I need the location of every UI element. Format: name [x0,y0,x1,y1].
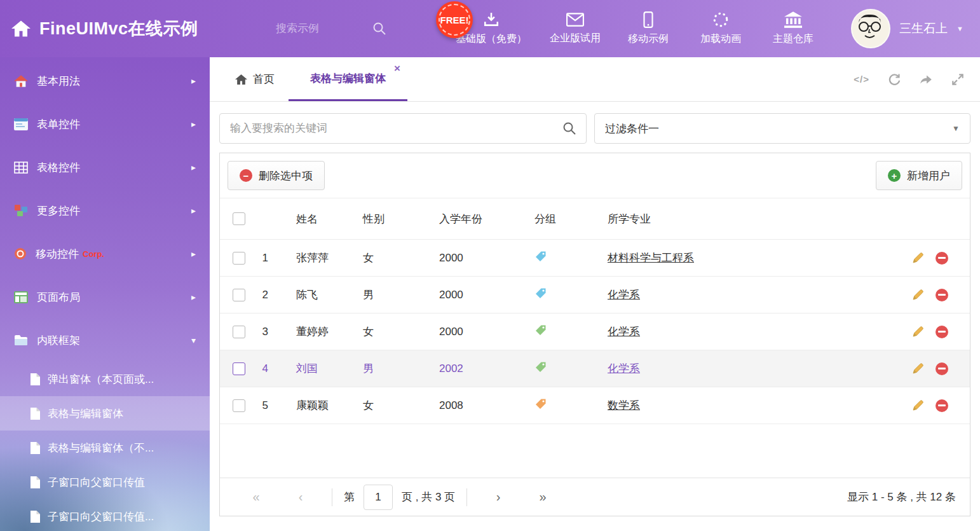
major-link[interactable]: 化学系 [608,289,640,301]
user-menu[interactable]: 三生石上 ▼ [851,9,980,48]
last-page-button[interactable]: » [521,490,565,504]
delete-circle-icon[interactable] [936,399,948,412]
tab-toolbar: </> [854,57,980,101]
chevron-down-icon: ▾ [191,335,196,345]
column-header-group: 分组 [528,198,601,240]
nav-theme-store[interactable]: 主题仓库 [768,11,818,46]
mobile-icon [643,11,653,28]
column-header-number [248,198,283,240]
header-search-input[interactable] [275,22,372,36]
plus-circle-icon: + [888,169,901,182]
nav-enterprise-trial[interactable]: 企业版试用 [550,12,601,45]
tab-bar: 首页 表格与编辑窗体 × </> [210,57,980,102]
spinner-icon [712,11,729,28]
divider [332,488,332,506]
sidebar-subitem-grid-edit-window[interactable]: 表格与编辑窗体 [0,396,210,431]
delete-circle-icon[interactable] [936,362,948,375]
page-number-input[interactable] [364,485,393,510]
row-checkbox[interactable] [233,252,245,265]
file-icon [31,373,40,385]
keyword-search-box [219,113,587,144]
user-name: 三生石上 [899,20,948,37]
tab-home[interactable]: 首页 [221,57,289,101]
delete-selected-button[interactable]: − 删除选中项 [228,161,325,190]
source-code-icon[interactable]: </> [854,74,869,85]
major-link[interactable]: 化学系 [608,326,640,338]
nav-mobile-demo[interactable]: 移动示例 [623,11,673,46]
tag-icon [534,251,547,263]
table-row-selected[interactable]: 4 刘国 男 2002 化学系 [220,350,970,387]
app-window: FineUIMvc在线示例 FREE! 基础版（免费） 企业版试用 [0,0,980,531]
delete-circle-icon[interactable] [936,289,948,301]
sidebar-subitem-child-to-parent[interactable]: 子窗口向父窗口传值 [0,465,210,499]
sidebar-subitem-popup-window[interactable]: 弹出窗体（本页面或... [0,362,210,396]
chevron-right-icon: ▸ [191,76,196,86]
sidebar-item-page-layout[interactable]: 页面布局 ▸ [0,275,210,319]
search-icon[interactable] [562,121,576,135]
file-icon [31,511,40,523]
chevron-down-icon: ▼ [952,124,960,133]
filter-row: 过滤条件一 ▼ [219,113,970,144]
keyword-search-input[interactable] [220,122,562,135]
header-search [275,22,405,36]
add-user-button[interactable]: + 新增用户 [876,161,962,190]
table-row[interactable]: 3 董婷婷 女 2000 化学系 [220,314,970,350]
filter-dropdown[interactable]: 过滤条件一 ▼ [594,113,970,144]
major-link[interactable]: 化学系 [608,362,640,375]
cubes-icon [14,204,28,217]
major-link[interactable]: 数学系 [608,399,640,411]
table-icon [14,162,28,174]
first-page-button[interactable]: « [234,490,278,504]
select-all-checkbox[interactable] [233,212,245,225]
next-page-button[interactable]: › [476,490,521,504]
sidebar-subitem-child-to-parent-2[interactable]: 子窗口向父窗口传值... [0,499,210,531]
table-row[interactable]: 1 张萍萍 女 2000 材料科学与工程系 [220,240,970,277]
tag-icon [534,287,547,300]
row-checkbox[interactable] [233,289,245,301]
search-icon[interactable] [372,22,386,36]
delete-circle-icon[interactable] [936,252,948,265]
chevron-right-icon: ▸ [191,119,196,129]
free-badge: FREE! [436,1,473,38]
column-header-major: 所学专业 [601,198,878,240]
sidebar-item-grid-controls[interactable]: 表格控件 ▸ [0,146,210,189]
top-header: FineUIMvc在线示例 FREE! 基础版（免费） 企业版试用 [0,0,980,57]
file-icon [31,408,40,420]
sidebar-item-mobile-controls[interactable]: 移动控件 Corp. ▸ [0,232,210,275]
table-row[interactable]: 5 康颖颖 女 2008 数学系 [220,387,970,424]
edit-pencil-icon[interactable] [911,289,924,301]
chevron-down-icon: ▼ [956,25,963,32]
sidebar-item-iframe[interactable]: 内联框架 ▾ [0,319,210,362]
main-content: 首页 表格与编辑窗体 × </> [210,57,980,531]
delete-circle-icon[interactable] [936,326,948,338]
major-link[interactable]: 材料科学与工程系 [608,252,694,264]
app-title: FineUIMvc在线示例 [39,17,198,40]
edit-pencil-icon[interactable] [911,362,924,375]
row-checkbox[interactable] [233,362,245,375]
row-checkbox[interactable] [233,399,245,412]
sidebar-item-form-controls[interactable]: 表单控件 ▸ [0,102,210,146]
tag-icon [534,398,547,410]
tab-grid-edit-window[interactable]: 表格与编辑窗体 × [289,57,407,101]
file-icon [31,476,40,488]
column-header-actions [878,198,970,240]
edit-pencil-icon[interactable] [911,252,924,265]
sidebar-item-basic-usage[interactable]: 基本用法 ▸ [0,59,210,102]
close-icon[interactable]: × [394,63,400,74]
file-icon [31,442,40,454]
edit-pencil-icon[interactable] [911,399,924,412]
expand-icon[interactable] [951,72,965,86]
brand: FineUIMvc在线示例 [0,17,261,40]
minus-circle-icon: − [240,169,252,182]
prev-page-button[interactable]: ‹ [278,490,323,504]
share-icon[interactable] [919,72,933,86]
row-checkbox[interactable] [233,326,245,338]
edit-pencil-icon[interactable] [911,326,924,338]
sidebar-menu: 基本用法 ▸ 表单控件 ▸ 表格控件 ▸ [0,57,210,531]
sidebar-item-more-controls[interactable]: 更多控件 ▸ [0,189,210,232]
table-row[interactable]: 2 陈飞 男 2000 化学系 [220,277,970,314]
column-header-gender: 性别 [357,198,433,240]
nav-loading-animation[interactable]: 加载动画 [696,11,745,46]
refresh-icon[interactable] [887,72,901,86]
sidebar-subitem-grid-edit-window-2[interactable]: 表格与编辑窗体（不... [0,431,210,465]
